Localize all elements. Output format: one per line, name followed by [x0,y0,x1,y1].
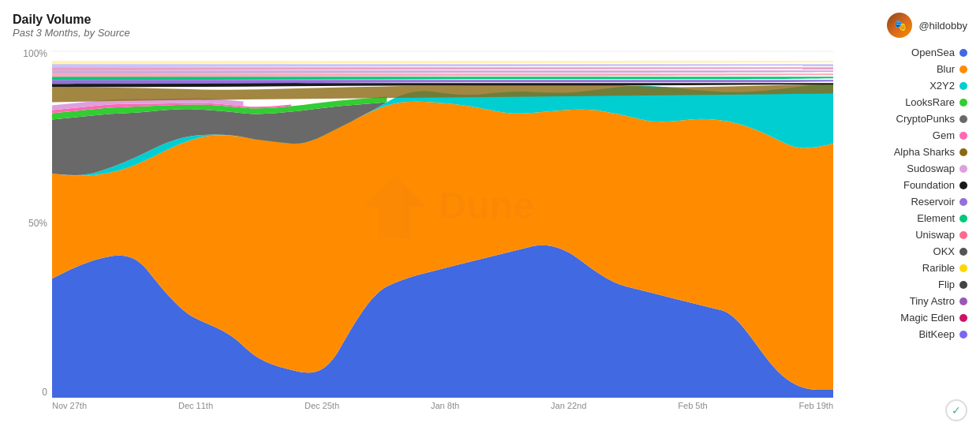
avatar: 🎭 [887,13,912,38]
legend-item: Flip [840,276,967,293]
x-label-4: Jan 8th [431,401,459,410]
y-axis: 100% 50% 0 [13,48,52,398]
legend-color-dot [959,115,967,123]
user-name: @hildobby [918,20,967,32]
legend-label: Tiny Astro [910,295,955,307]
legend-label: LooksRare [905,96,955,108]
legend-area: 🎭 @hildobby OpenSeaBlurX2Y2LooksRareCryp… [833,13,967,421]
legend-color-dot [959,132,967,140]
legend-item: OKX [840,243,967,260]
legend-label: Element [917,212,955,224]
x-label-7: Feb 19th [799,401,833,410]
legend-color-dot [959,314,967,322]
legend-color-dot [959,281,967,289]
chart-title: Daily Volume [13,13,833,27]
chart-svg-area: Dune [52,48,833,398]
legend-color-dot [959,297,967,305]
legend-item: Tiny Astro [840,293,967,309]
user-area: 🎭 @hildobby [840,13,967,38]
legend-label: OKX [933,245,955,257]
legend-label: BitKeep [918,328,955,340]
legend-label: X2Y2 [930,80,955,92]
legend-label: Flip [938,279,955,290]
x-label-6: Feb 5th [678,401,707,410]
legend-color-dot [959,99,967,107]
svg-text:Dune: Dune [439,185,534,227]
x-label-5: Jan 22nd [551,401,586,410]
legend-item: Blur [840,61,967,77]
y-label-50: 50% [28,218,47,229]
legend-color-dot [959,248,967,256]
legend-label: CryptoPunks [896,113,955,125]
legend-item: Alpha Sharks [840,144,967,160]
legend-color-dot [959,198,967,206]
legend-item: LooksRare [840,94,967,110]
legend-color-dot [959,331,967,339]
legend-color-dot [959,148,967,156]
legend-color-dot [959,49,967,57]
legend-item: Element [840,210,967,226]
y-label-100: 100% [23,48,47,59]
legend-label: Blur [937,63,955,75]
legend-label: Reservoir [911,196,955,208]
legend-color-dot [959,165,967,173]
legend-item: X2Y2 [840,77,967,94]
legend-item: Foundation [840,177,967,193]
x-label-1: Nov 27th [52,401,87,410]
legend-item: Sudoswap [840,160,967,177]
legend-label: Magic Eden [900,312,955,324]
legend-item: Uniswap [840,226,967,243]
x-axis: Nov 27th Dec 11th Dec 25th Jan 8th Jan 2… [52,398,833,421]
legend-color-dot [959,181,967,189]
legend-item: CryptoPunks [840,110,967,127]
legend-item: Reservoir [840,193,967,210]
y-label-0: 0 [42,387,47,398]
x-label-3: Dec 25th [305,401,339,410]
legend-color-dot [959,231,967,239]
legend-label: Gem [933,129,955,141]
legend-label: OpenSea [911,47,955,58]
legend-color-dot [959,65,967,73]
chart-wrapper: 100% 50% 0 [13,48,833,421]
legend-color-dot [959,82,967,90]
legend-item: Magic Eden [840,309,967,326]
x-label-2: Dec 11th [178,401,213,410]
check-badge: ✓ [945,399,967,421]
legend-label: Uniswap [915,229,955,241]
legend-color-dot [959,264,967,272]
legend-label: Foundation [903,179,955,191]
chart-subtitle: Past 3 Months, by Source [13,27,833,39]
legend-label: Sudoswap [907,163,955,174]
legend-scroll[interactable]: OpenSeaBlurX2Y2LooksRareCryptoPunksGemAl… [840,44,967,421]
legend-item: Gem [840,127,967,144]
legend-item: OpenSea [840,44,967,61]
legend-color-dot [959,215,967,223]
legend-item: BitKeep [840,326,967,342]
legend-label: Rarible [922,262,955,274]
legend-item: Rarible [840,260,967,276]
legend-label: Alpha Sharks [894,146,955,158]
